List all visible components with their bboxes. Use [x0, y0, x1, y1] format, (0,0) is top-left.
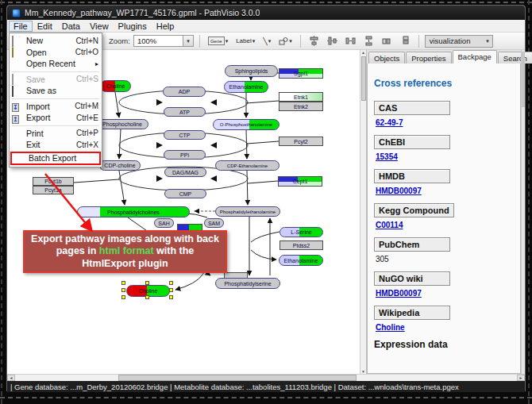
chevron-down-icon[interactable]: ▾ — [486, 38, 489, 44]
distribute-horizontal-icon[interactable] — [345, 36, 356, 46]
align-center-icon[interactable] — [309, 36, 319, 46]
node-cdp-choline[interactable]: CDP-choline — [99, 160, 141, 171]
align-middle-icon[interactable] — [327, 36, 337, 46]
selection-handle[interactable] — [169, 295, 173, 299]
node-choline-top[interactable]: Choline — [100, 80, 131, 92]
scrollbar-thumb[interactable] — [361, 56, 366, 101]
expression-data-heading: Expression data — [374, 339, 514, 350]
callout-line1: Export pathway images along with back — [31, 233, 219, 246]
node-ctp[interactable]: CTP — [164, 130, 206, 140]
menu-item-new[interactable]: NewCtrl+N — [10, 35, 102, 47]
node-pcyt1a[interactable]: Pcyt1a — [33, 186, 74, 194]
menu-item-save-as[interactable]: Save as — [10, 85, 102, 97]
menubar-help[interactable]: Help — [152, 21, 179, 32]
canvas-horizontal-scrollbar[interactable]: ◄ ► — [7, 374, 525, 381]
node-cmp[interactable]: CMP — [164, 189, 206, 198]
chevron-down-icon[interactable]: ▾ — [253, 38, 256, 44]
node-adp[interactable]: ADP — [163, 87, 206, 97]
node-ppi[interactable]: PPi — [164, 150, 206, 160]
node-dag-mag[interactable]: DAG/MAG — [164, 167, 206, 177]
node-sah[interactable]: SAH — [154, 218, 174, 228]
chevron-down-icon[interactable]: ▾ — [268, 38, 272, 44]
xref-link[interactable]: 15354 — [376, 152, 514, 161]
node-phosphatidylserine[interactable]: Phosphatidylserine — [215, 278, 280, 289]
selection-handle[interactable] — [145, 281, 149, 285]
selection-handle[interactable] — [169, 281, 173, 285]
screenshot-torn-edge-left — [1, 0, 2, 404]
node-phosphatidylethanolamine[interactable]: Phosphatidylethanolamine — [215, 206, 280, 217]
sidebar-vertical-scrollbar[interactable] — [521, 50, 525, 374]
node-sphingolipids[interactable]: Sphingolipids — [225, 65, 278, 77]
open-folder-icon — [12, 47, 13, 58]
distribute-vertical-icon[interactable] — [364, 36, 374, 46]
xref-link[interactable]: 62-49-7 — [376, 118, 514, 127]
menu-item-batch-export[interactable]: Batch Export — [10, 152, 101, 165]
xref-link[interactable]: C00114 — [376, 221, 514, 229]
menu-separator — [12, 71, 99, 72]
node-ethanolamine-bottom[interactable]: Ethanolamine — [279, 255, 323, 266]
selection-handle[interactable] — [169, 288, 173, 292]
scroll-left-icon[interactable]: ◄ — [7, 375, 15, 381]
node-cdp-ethanolamine[interactable]: CDP-Ethanolamine — [215, 160, 279, 171]
node-pcyt1b[interactable]: Pcyt1b — [33, 177, 74, 186]
tab-objects[interactable]: Objects — [368, 52, 405, 63]
visualization-combobox[interactable]: visualization ▾ — [425, 35, 493, 48]
xref-link[interactable]: HMDB00097 — [376, 187, 514, 195]
zoom-combobox[interactable]: 100% ▾ — [133, 35, 194, 47]
node-cept1[interactable]: Cept1 — [278, 176, 322, 187]
node-phosphocholine[interactable]: Phosphocholine — [96, 119, 148, 129]
selection-handle[interactable] — [121, 281, 125, 285]
xref-link[interactable]: Choline — [376, 323, 514, 332]
tab-backpage[interactable]: Backpage — [453, 50, 497, 63]
node-sgpl1[interactable]: Sgpl1 — [279, 68, 323, 79]
scroll-up-icon[interactable]: ▲ — [361, 50, 365, 55]
node-pcyt2[interactable]: Pcyt2 — [279, 137, 323, 146]
label-tool-button[interactable]: Label ▾ — [233, 36, 257, 46]
node-sam[interactable]: SAM — [204, 218, 224, 228]
menubar-file[interactable]: File — [9, 21, 33, 32]
zoom-dropdown-icon[interactable]: ▾ — [183, 36, 193, 46]
selection-handle[interactable] — [121, 288, 125, 292]
menu-item-import[interactable]: ↧ ImportCtrl+M — [10, 101, 102, 113]
scroll-right-icon[interactable]: ► — [517, 375, 525, 381]
stack-horizontal-icon[interactable] — [382, 36, 392, 46]
node-etnk1[interactable]: Etnk1 — [279, 92, 323, 102]
node-ptdss2[interactable]: Ptdss2 — [279, 240, 323, 250]
menubar-view[interactable]: View — [85, 21, 114, 32]
menu-item-export[interactable]: ↥ ExportCtrl+E — [10, 112, 102, 124]
menubar-data[interactable]: Data — [57, 21, 85, 32]
selection-handle[interactable] — [121, 295, 125, 299]
node-atp[interactable]: ATP — [164, 107, 206, 117]
chevron-down-icon[interactable]: ▾ — [289, 38, 292, 44]
selection-handle[interactable] — [145, 295, 149, 299]
chevron-down-icon[interactable]: ▾ — [226, 38, 229, 44]
scrollbar-thumb[interactable] — [522, 52, 525, 107]
menubar-plugins[interactable]: Plugins — [114, 21, 152, 32]
xref-section-kegg: Kegg Compound C00114 — [374, 202, 514, 229]
scrollbar-thumb[interactable] — [118, 375, 357, 381]
template-shapes-button[interactable]: ▾ — [276, 35, 295, 48]
menu-item-open-recent[interactable]: Open Recent ▸ — [10, 58, 102, 70]
menubar-edit[interactable]: Edit — [33, 21, 57, 32]
canvas-vertical-scrollbar[interactable]: ▲ ▼ — [360, 50, 366, 374]
node-ethanolamine-top[interactable]: Ethanolamine — [224, 81, 268, 93]
tab-search[interactable]: Search — [498, 52, 532, 63]
screenshot-torn-edge-top — [0, 2, 532, 3]
gene-tool-button[interactable]: Gene ▾ — [206, 35, 230, 47]
node-etnk2[interactable]: Etnk2 — [279, 102, 323, 111]
tab-properties[interactable]: Properties — [406, 52, 451, 63]
xref-section-cas: CAS 62-49-7 — [374, 100, 514, 127]
node-l-serine[interactable]: L-Serine — [279, 227, 323, 237]
shapes-icon — [279, 37, 288, 46]
menu-item-print[interactable]: PrintCtrl+P — [10, 128, 102, 140]
stack-vertical-icon[interactable] — [400, 36, 411, 46]
node-phosphatidylcholines[interactable]: Phosphatidylcholines — [77, 206, 190, 217]
menu-item-open[interactable]: OpenCtrl+O — [10, 47, 102, 59]
menu-item-exit[interactable]: ExitCtrl+X — [10, 139, 102, 151]
menu-item-save: SaveCtrl+S — [10, 74, 102, 86]
callout-line2: pages in html format with the — [56, 245, 195, 258]
new-file-icon — [12, 36, 13, 47]
xref-link[interactable]: HMDB00097 — [376, 289, 514, 298]
node-o-phosphoethanolamine[interactable]: O-Phosphoethanolamine — [213, 119, 279, 130]
line-tool-button[interactable]: ╲ ▾ — [260, 36, 273, 47]
